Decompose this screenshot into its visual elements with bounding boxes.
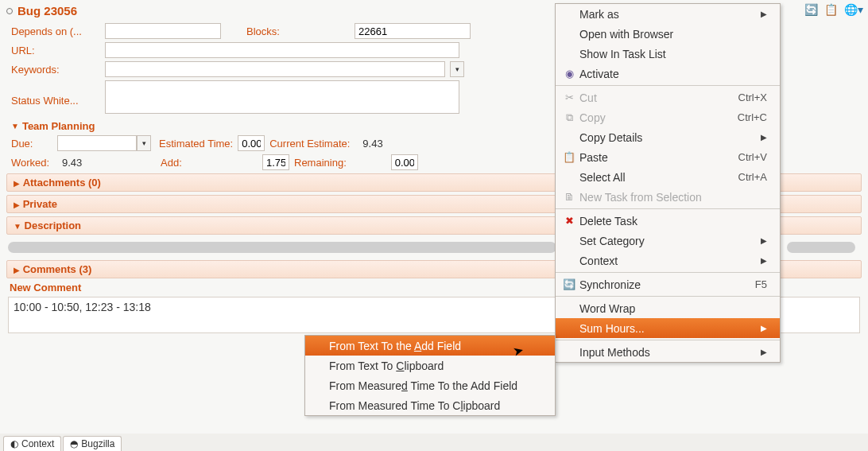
menu-context[interactable]: Context▶ [556,251,780,270]
submenu-from-measured-clipboard[interactable]: From Measured Time To Clipboard [305,395,555,415]
submenu-from-text-clipboard[interactable]: From Text To Clipboard [305,356,555,375]
bugzilla-tab-icon: ◓ [70,438,78,449]
current-estimate-label: Current Estimate: [269,138,350,150]
remaining-label: Remaining: [294,157,347,169]
url-label: URL: [11,45,100,56]
menu-sum-hours[interactable]: Sum Hours...▶ [556,318,780,338]
copy-icon: ⧉ [562,111,576,124]
menu-show-task-list[interactable]: Show In Task List [556,44,780,64]
menu-word-wrap[interactable]: Word Wrap [556,298,780,318]
menu-activate[interactable]: ◉Activate [556,64,780,84]
keywords-dropdown-button[interactable]: ▾ [450,61,464,77]
cut-icon: ✂ [562,91,576,103]
menu-copy[interactable]: ⧉CopyCtrl+C [556,107,780,127]
menu-new-task-selection[interactable]: 🗎New Task from Selection [556,187,780,207]
menu-mark-as[interactable]: Mark as▶ [556,4,780,24]
bottom-tabs: ◐ Context ◓ Bugzilla [0,434,868,451]
twisty-down-icon: ▼ [11,122,19,130]
submenu-from-text-add[interactable]: From Text To the Add Field [305,336,555,356]
due-dropdown-button[interactable]: ▾ [137,135,151,151]
keywords-input[interactable] [105,61,445,77]
menu-synchronize[interactable]: 🔄SynchronizeF5 [556,274,780,294]
menu-paste[interactable]: 📋PasteCtrl+V [556,147,780,167]
sum-hours-submenu: From Text To the Add Field From Text To … [304,335,556,416]
menu-input-methods[interactable]: Input Methods▶ [556,342,780,362]
twisty-right-icon: ▶ [14,266,20,274]
estimated-time-input[interactable] [238,135,265,151]
menu-select-all[interactable]: Select AllCtrl+A [556,167,780,187]
menu-separator [556,296,780,297]
submenu-from-measured-add[interactable]: From Measured Time To the Add Field [305,375,555,395]
page-title: Bug 23056 [17,4,77,17]
keywords-label: Keywords: [11,64,100,76]
menu-delete-task[interactable]: ✖Delete Task [556,211,780,231]
tab-bugzilla[interactable]: ◓ Bugzilla [63,436,122,451]
status-whiteboard-input[interactable] [105,80,459,114]
sync-icon: 🔄 [562,278,576,290]
title-toolbar: 🔄 📋 🌐▾ [804,3,863,16]
current-estimate-value: 9.43 [362,138,382,150]
redacted-text-icon [787,242,855,253]
task-dot-icon [6,8,13,14]
estimated-time-label: Estimated Time: [159,138,233,150]
menu-copy-details[interactable]: Copy Details▶ [556,127,780,147]
status-whiteboard-label: Status White... [11,80,100,107]
context-tab-icon: ◐ [10,438,18,449]
clipboard-icon[interactable]: 📋 [824,3,838,16]
remaining-input[interactable] [391,154,418,170]
add-input[interactable] [262,154,289,170]
tab-context[interactable]: ◐ Context [3,436,61,451]
paste-icon: 📋 [562,151,576,163]
twisty-right-icon: ▶ [14,200,20,209]
menu-separator [556,208,780,209]
new-task-icon: 🗎 [562,191,576,203]
depends-on-input[interactable] [105,23,221,39]
blocks-input[interactable] [355,23,471,39]
delete-icon: ✖ [562,215,576,227]
menu-separator [556,340,780,340]
add-label: Add: [161,157,258,169]
menu-separator [556,272,780,273]
blocks-label: Blocks: [246,25,350,37]
menu-cut[interactable]: ✂CutCtrl+X [556,87,780,107]
due-input[interactable] [57,135,137,151]
context-menu: Mark as▶ Open with Browser Show In Task … [555,3,781,363]
redacted-text-icon [8,242,556,253]
menu-open-browser[interactable]: Open with Browser [556,24,780,44]
worked-label: Worked: [11,157,57,169]
menu-set-category[interactable]: Set Category▶ [556,231,780,251]
twisty-down-icon: ▼ [14,222,21,231]
url-input[interactable] [105,42,459,58]
sync-icon[interactable]: 🔄 [804,3,818,16]
depends-on-label: Depends on (... [11,25,100,37]
globe-icon[interactable]: 🌐▾ [844,3,863,16]
menu-separator [556,85,780,86]
activate-icon: ◉ [562,68,576,80]
twisty-right-icon: ▶ [14,179,20,188]
worked-value: 9.43 [62,157,156,169]
due-label: Due: [11,138,52,150]
